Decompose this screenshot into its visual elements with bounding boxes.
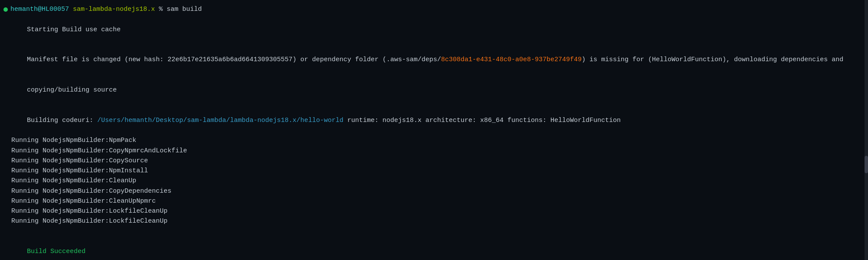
output-text: Running NodejsNpmBuilder:CopySource: [3, 157, 148, 165]
terminal-line: Starting Build use cache: [3, 14, 865, 45]
output-text: Building codeuri:: [27, 117, 97, 124]
terminal-line: Running NodejsNpmBuilder:CleanUpNpmrc: [3, 196, 865, 206]
output-text: Running NodejsNpmBuilder:CopyNpmrcAndLoc…: [3, 147, 187, 155]
output-text: Running NodejsNpmBuilder:NpmPack: [3, 137, 136, 144]
terminal-line: Running NodejsNpmBuilder:CopyDependencie…: [3, 186, 865, 196]
prompt-user: hemanth@HL00057: [10, 4, 69, 14]
terminal-line: Running NodejsNpmBuilder:CopyNpmrcAndLoc…: [3, 146, 865, 156]
build-succeeded-line: Build Succeeded: [3, 237, 865, 260]
terminal-content: hemanth@HL00057 sam-lambda-nodejs18.x % …: [0, 3, 868, 260]
build-succeeded-text: Build Succeeded: [27, 248, 85, 255]
terminal-line: Running NodejsNpmBuilder:LockfileCleanUp: [3, 216, 865, 226]
terminal-line: Running NodejsNpmBuilder:CleanUp: [3, 176, 865, 186]
output-text: Running NodejsNpmBuilder:CleanUp: [3, 177, 136, 184]
prompt-dir: sam-lambda-nodejs18.x: [73, 4, 155, 14]
terminal-line: Building codeuri: /Users/hemanth/Desktop…: [3, 105, 865, 136]
hash-highlight: 8c308da1-e431-48c0-a0e8-937be2749f49: [441, 56, 582, 63]
terminal-line: Running NodejsNpmBuilder:NpmInstall: [3, 166, 865, 176]
terminal-blank-line: [3, 227, 865, 237]
scrollbar[interactable]: [865, 0, 868, 260]
terminal-line: hemanth@HL00057 sam-lambda-nodejs18.x % …: [3, 4, 865, 14]
output-text-after: ) is missing for (HelloWorldFunction), d…: [582, 56, 843, 63]
terminal-line: Running NodejsNpmBuilder:LockfileCleanUp: [3, 206, 865, 216]
scrollbar-thumb[interactable]: [865, 156, 868, 173]
terminal-line: Running NodejsNpmBuilder:NpmPack: [3, 135, 865, 145]
output-text: Running NodejsNpmBuilder:LockfileCleanUp: [3, 207, 168, 215]
terminal-line: copying/building source: [3, 75, 865, 105]
prompt-bullet: [3, 7, 8, 12]
output-text: Running NodejsNpmBuilder:NpmInstall: [3, 167, 148, 174]
terminal-line: Running NodejsNpmBuilder:CopySource: [3, 156, 865, 166]
output-text: copying/building source: [27, 86, 117, 94]
terminal-line: Manifest file is changed (new hash: 22e6…: [3, 45, 865, 75]
prompt-separator: [69, 4, 73, 14]
output-text: Running NodejsNpmBuilder:CleanUpNpmrc: [3, 197, 156, 205]
path-highlight: /Users/hemanth/Desktop/sam-lambda/lambda…: [97, 117, 343, 124]
output-text: Starting Build use cache: [27, 26, 121, 33]
terminal-window: hemanth@HL00057 sam-lambda-nodejs18.x % …: [0, 0, 868, 260]
output-text: Manifest file is changed (new hash: 22e6…: [27, 56, 441, 63]
prompt-command: % sam build: [155, 4, 202, 14]
output-text-after: runtime: nodejs18.x architecture: x86_64…: [343, 117, 621, 124]
output-text: Running NodejsNpmBuilder:LockfileCleanUp: [3, 217, 168, 225]
output-text: Running NodejsNpmBuilder:CopyDependencie…: [3, 188, 171, 195]
